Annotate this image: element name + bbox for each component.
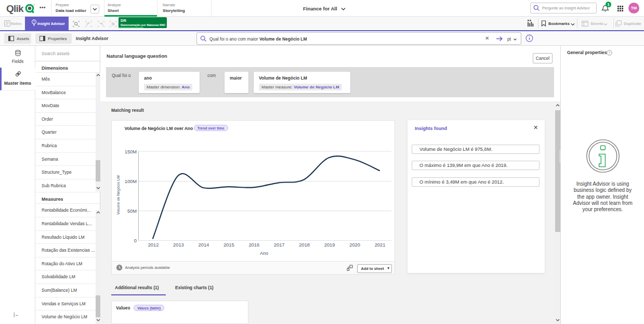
svg-text:Volume de Negócio LM: Volume de Negócio LM	[116, 175, 121, 214]
svg-text:50M: 50M	[127, 209, 136, 214]
svg-text:0: 0	[134, 238, 136, 243]
svg-text:2014: 2014	[198, 242, 209, 248]
svg-text:2015: 2015	[223, 242, 234, 248]
svg-text:2021: 2021	[374, 242, 385, 248]
svg-text:2012: 2012	[148, 242, 159, 248]
svg-text:2017: 2017	[273, 242, 284, 248]
svg-text:2019: 2019	[324, 242, 335, 248]
svg-text:?: ?	[609, 51, 611, 55]
svg-text:2020: 2020	[349, 242, 360, 248]
svg-text:2018: 2018	[299, 242, 310, 248]
svg-text:2013: 2013	[173, 242, 184, 248]
svg-text:150M: 150M	[124, 149, 136, 154]
svg-text:100M: 100M	[124, 179, 136, 184]
svg-text:2016: 2016	[248, 242, 259, 248]
svg-text:Ano: Ano	[259, 251, 268, 256]
svg-text:Qlik: Qlik	[6, 3, 24, 14]
